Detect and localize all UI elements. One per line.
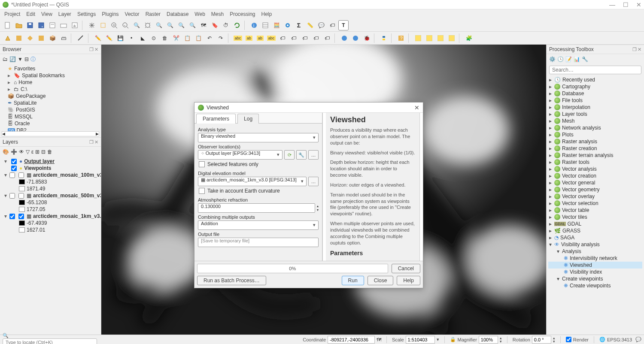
text-tool-icon[interactable]: T	[338, 20, 349, 30]
tab-log[interactable]: Log	[237, 114, 259, 124]
style-manager-icon[interactable]: a	[70, 20, 80, 30]
copy-icon[interactable]: 📋	[182, 33, 192, 43]
save-project-icon[interactable]	[25, 20, 35, 30]
browse-dem-icon[interactable]: …	[308, 177, 319, 186]
crs-icon[interactable]: 🌐	[599, 337, 605, 342]
lock-icon[interactable]: 🔒	[450, 337, 456, 342]
attribute-table-icon[interactable]	[260, 20, 270, 30]
edit-pencil-icon[interactable]: ✏️	[93, 33, 103, 43]
rp-layertools[interactable]: ▸Layer tools	[548, 111, 642, 118]
zoom-selection-icon[interactable]: 🔍	[154, 20, 164, 30]
alg-create-viewpoints[interactable]: ❋Create viewpoints	[548, 282, 642, 289]
menu-view[interactable]: View	[41, 11, 52, 17]
help-button[interactable]: Help	[397, 276, 420, 285]
browser-bookmarks[interactable]: ▸🔖Spatial Bookmarks	[2, 72, 99, 79]
menu-help[interactable]: Help	[261, 11, 272, 17]
rp-vector-geometry[interactable]: ▸Vector geometry	[548, 186, 642, 193]
measure-icon[interactable]: 📏	[305, 20, 315, 30]
menu-settings[interactable]: Settings	[77, 11, 96, 17]
statistics-icon[interactable]: Σ	[294, 20, 304, 30]
select-observer[interactable]: ⁘ Output layer [EPSG:3413]	[198, 150, 283, 160]
new-project-icon[interactable]	[3, 20, 13, 30]
expression-icon[interactable]: ε	[31, 149, 33, 155]
rp-vector-overlay[interactable]: ▸Vector overlay	[548, 193, 642, 200]
print-layout-icon[interactable]	[47, 20, 58, 30]
browser-drive[interactable]: ▸🗀C:\	[2, 86, 99, 93]
magnifier-input[interactable]	[479, 336, 498, 344]
pan-to-selection-icon[interactable]	[98, 20, 108, 30]
redo-icon[interactable]: ↷	[216, 33, 226, 43]
web-2-icon[interactable]	[350, 33, 361, 43]
batch-button[interactable]: Run as Batch Process…	[197, 276, 266, 285]
new-geopackage-icon[interactable]: 📦	[47, 33, 58, 43]
browser-panel-header[interactable]: Browser ❐✕	[0, 45, 101, 54]
sel-2-icon[interactable]	[424, 33, 434, 43]
rotation-input[interactable]	[532, 336, 551, 344]
maximize-icon[interactable]: ☐	[623, 1, 629, 8]
dialog-form[interactable]: Analysis type Binary viewshed Observer l…	[194, 124, 322, 261]
close-panel-icon[interactable]: ✕	[94, 47, 98, 52]
new-map-view-icon[interactable]: 🗺	[198, 20, 209, 30]
web-3-icon[interactable]: 🐞	[361, 33, 372, 43]
zoom-native-icon[interactable]: 🔍	[131, 20, 142, 30]
toolbox-header[interactable]: Processing Toolbox ❐✕	[547, 45, 644, 54]
dialog-help-panel[interactable]: Viewshed Produces a visibility map where…	[326, 113, 419, 261]
extents-icon[interactable]: 🗺	[377, 337, 381, 342]
sel-1-icon[interactable]	[413, 33, 423, 43]
menu-processing[interactable]: Processing	[230, 11, 255, 17]
rp-recently-used[interactable]: ▸🕓Recently used	[548, 76, 642, 83]
rp-grass[interactable]: ▸🌿GRASS	[548, 227, 642, 234]
identify-icon[interactable]: i	[249, 20, 259, 30]
options-icon[interactable]: 🔧	[582, 56, 588, 62]
checkbox-selected-only[interactable]	[199, 161, 205, 167]
visibility-icon[interactable]: 👁	[19, 149, 24, 155]
refraction-spinner[interactable]: ▴▾	[317, 204, 319, 212]
close-icon[interactable]: ✕	[636, 1, 641, 8]
input-output[interactable]: [Save to temporary file]	[198, 238, 319, 247]
rp-raster-creation[interactable]: ▸Raster creation	[548, 145, 642, 152]
rp-network[interactable]: ▸Network analysis	[548, 124, 642, 131]
rp-create-viewpoints[interactable]: ▾Create viewpoints	[548, 275, 642, 282]
iterate-icon[interactable]: ⟳	[284, 150, 295, 160]
scale-input[interactable]	[406, 336, 435, 344]
model-icon[interactable]: ⚙️	[549, 56, 556, 62]
messages-icon[interactable]: 💬	[635, 337, 641, 342]
paste-icon[interactable]: 📋	[193, 33, 204, 43]
web-1-icon[interactable]	[339, 33, 349, 43]
rp-raster-analysis[interactable]: ▸Raster analysis	[548, 138, 642, 145]
layer-viewpoints[interactable]: ●Viewpoints	[2, 165, 99, 172]
layer-styling-icon[interactable]: 🎨	[3, 149, 9, 155]
undock-layers-icon[interactable]: ❐	[89, 139, 94, 145]
coord-input[interactable]	[328, 336, 375, 344]
browser-favorites[interactable]: ★Favorites	[2, 65, 99, 72]
zoom-layer-icon[interactable]: 🔍	[165, 20, 175, 30]
new-spatialite-icon[interactable]: 🗃	[58, 33, 69, 43]
digitize-icon[interactable]: ◣	[137, 33, 148, 43]
toolbox-tree[interactable]: ▸🕓Recently used ▸Cartography ▸Database ▸…	[547, 75, 644, 335]
alg-visibility-index[interactable]: ❋Visibility index	[548, 269, 642, 275]
browser-mssql[interactable]: 🗄MSSQL	[2, 113, 99, 120]
collapse-layers-icon[interactable]: ⊟	[41, 149, 46, 155]
checkbox-curvature[interactable]	[199, 188, 205, 194]
zoom-last-icon[interactable]: 🔍	[176, 20, 186, 30]
label-9-icon[interactable]: 🏷	[322, 33, 332, 43]
zoom-full-icon[interactable]	[143, 20, 153, 30]
rp-vector-tiles[interactable]: ▸Vector tiles	[548, 214, 642, 220]
label-7-icon[interactable]: 🏷	[300, 33, 310, 43]
label-2-icon[interactable]: ab	[244, 33, 254, 43]
minimize-icon[interactable]: —	[609, 1, 615, 8]
remove-layer-icon[interactable]: 🗑	[47, 149, 52, 155]
close-layers-icon[interactable]: ✕	[94, 139, 98, 145]
scale-dropdown-icon[interactable]: ▾	[437, 337, 439, 342]
undock-toolbox-icon[interactable]: ❐	[632, 47, 637, 52]
filter-layer-icon[interactable]: ▽	[26, 149, 30, 155]
dialog-left-scrollbar[interactable]	[322, 113, 326, 261]
properties-icon[interactable]: ⓘ	[30, 56, 36, 63]
text-annotation-icon[interactable]: 🏷	[327, 20, 337, 30]
mag-spinner[interactable]: ▴▾	[500, 336, 502, 343]
history-icon[interactable]: 🕓	[557, 56, 564, 62]
python-icon[interactable]	[379, 33, 389, 43]
menu-layer[interactable]: Layer	[58, 11, 71, 17]
undo-icon[interactable]: ↶	[204, 33, 215, 43]
menu-mesh[interactable]: Mesh	[211, 11, 224, 17]
